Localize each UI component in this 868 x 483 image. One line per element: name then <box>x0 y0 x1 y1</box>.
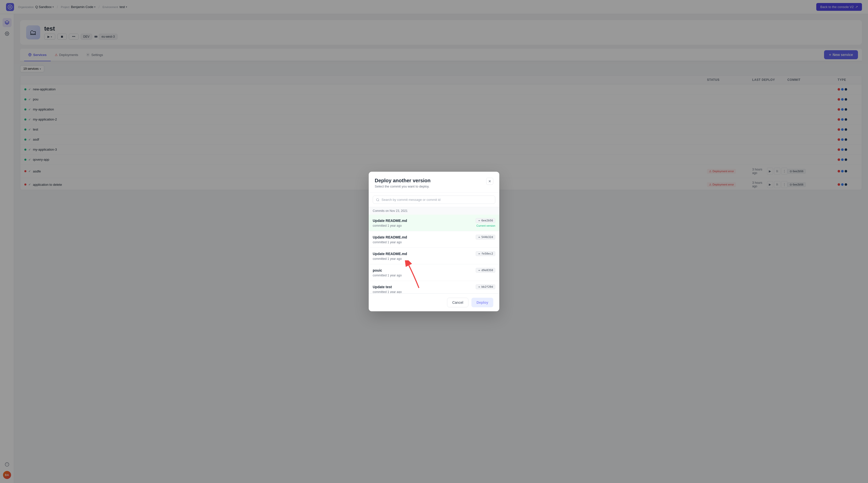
commit-hash: bb2f20d <box>476 284 495 289</box>
commit-item-header: pouic d9e8350 <box>373 268 495 272</box>
cancel-button[interactable]: Cancel <box>447 298 469 307</box>
current-version-badge: Current version <box>476 224 495 227</box>
commit-hash: 544b32d <box>476 235 495 239</box>
modal-title-area: Deploy another version Select the commit… <box>375 178 431 188</box>
svg-point-22 <box>479 253 479 254</box>
svg-point-16 <box>479 220 479 221</box>
svg-point-25 <box>479 270 479 270</box>
svg-point-19 <box>479 237 479 237</box>
commit-hash: fe50ec2 <box>476 251 495 256</box>
commit-message: Update README.md <box>373 219 407 223</box>
commit-item-1[interactable]: Update README.md 6ee2b56 committed 1 yea… <box>369 215 499 231</box>
modal-overlay[interactable]: Deploy another version Select the commit… <box>0 0 868 483</box>
commit-meta: committed 1 year ago <box>373 257 495 261</box>
commit-meta: committed 1 year ago <box>373 240 495 244</box>
commit-item-2[interactable]: Update README.md 544b32d committed 1 yea… <box>369 231 499 248</box>
commit-icon <box>478 219 480 222</box>
svg-line-15 <box>378 200 379 201</box>
svg-point-14 <box>376 198 379 201</box>
modal-header: Deploy another version Select the commit… <box>369 172 499 193</box>
commit-time: committed 1 year ago <box>373 224 402 227</box>
commit-message: Update README.md <box>373 235 407 239</box>
commit-item-header: Update test bb2f20d <box>373 284 495 289</box>
commit-search-input[interactable] <box>381 198 492 201</box>
commits-list: Update README.md 6ee2b56 committed 1 yea… <box>369 215 499 293</box>
commit-icon <box>478 253 480 255</box>
commit-item-5[interactable]: Update test bb2f20d committed 1 year ago <box>369 281 499 293</box>
commit-message: pouic <box>373 268 382 272</box>
modal-title: Deploy another version <box>375 178 431 184</box>
commit-hash: d9e8350 <box>476 268 495 272</box>
modal-search <box>369 193 499 207</box>
commit-item-header: Update README.md fe50ec2 <box>373 251 495 256</box>
commit-message: Update test <box>373 285 392 289</box>
modal-subtitle: Select the commit you want to deploy. <box>375 185 431 188</box>
commit-icon <box>478 269 480 271</box>
deploy-modal: Deploy another version Select the commit… <box>369 172 499 311</box>
deploy-button[interactable]: Deploy <box>471 298 493 307</box>
commit-meta: committed 1 year ago <box>373 273 495 277</box>
commit-item-header: Update README.md 544b32d <box>373 235 495 239</box>
commit-meta: committed 1 year ago <box>373 290 495 293</box>
commit-time: committed 1 year ago <box>373 240 402 244</box>
commit-time: committed 1 year ago <box>373 273 402 277</box>
modal-close-button[interactable]: ✕ <box>486 178 493 185</box>
commit-item-3[interactable]: Update README.md fe50ec2 committed 1 yea… <box>369 248 499 264</box>
svg-point-28 <box>479 286 479 287</box>
commit-icon <box>478 236 480 238</box>
search-input-wrap <box>373 196 495 204</box>
commit-hash: 6ee2b56 <box>476 218 495 223</box>
commit-time: committed 1 year ago <box>373 290 402 293</box>
commit-item-4[interactable]: pouic d9e8350 committed 1 year ago <box>369 264 499 281</box>
modal-footer: Cancel Deploy <box>369 293 499 311</box>
commit-time: committed 1 year ago <box>373 257 402 261</box>
commit-icon <box>478 286 480 288</box>
commit-meta: committed 1 year ago Current version <box>373 224 495 227</box>
commits-date-label: Commits on Nov 23, 2021 <box>369 207 499 215</box>
commit-message: Update README.md <box>373 252 407 256</box>
commit-item-header: Update README.md 6ee2b56 <box>373 218 495 223</box>
search-icon <box>376 198 379 201</box>
